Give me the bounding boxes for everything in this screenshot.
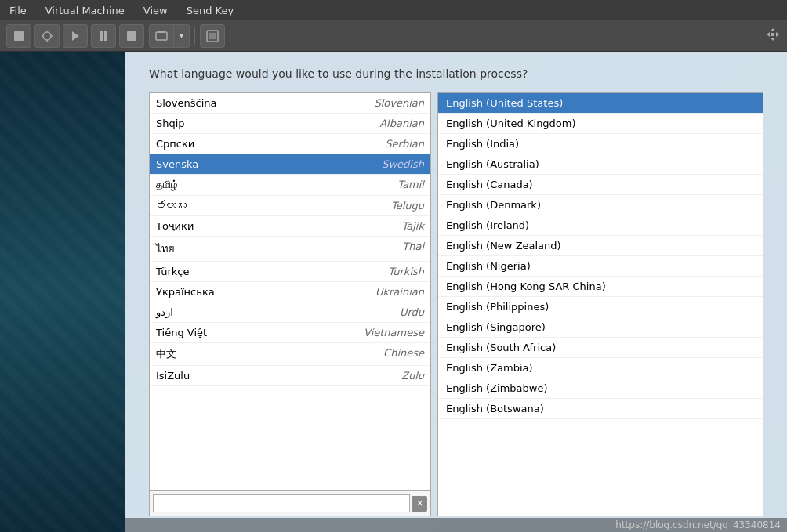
variant-list[interactable]: English (United States)English (United K…	[437, 92, 763, 516]
url-text: https://blog.csdn.net/qq_43340814	[615, 519, 781, 530]
svg-rect-7	[100, 31, 103, 41]
svg-rect-8	[104, 31, 107, 41]
variant-item[interactable]: English (Ireland)	[438, 215, 763, 236]
svg-marker-17	[776, 32, 779, 37]
power-button[interactable]	[6, 24, 31, 48]
variant-item[interactable]: English (Zimbabwe)	[438, 378, 763, 399]
menu-file[interactable]: File	[6, 3, 30, 18]
light-button[interactable]	[34, 24, 60, 48]
svg-rect-0	[14, 31, 24, 41]
lang-native-name: Svenska	[156, 158, 198, 170]
lang-native-name: Српски	[156, 138, 194, 150]
move-icon	[765, 27, 781, 42]
lang-english-name: Chinese	[383, 347, 424, 361]
svg-marker-14	[771, 28, 775, 31]
language-item[interactable]: தமிழ்Tamil	[150, 175, 430, 196]
toolbar-separator	[194, 27, 195, 45]
left-panel	[0, 52, 125, 532]
lang-native-name: தமிழ்	[156, 179, 178, 191]
light-icon	[41, 30, 53, 42]
main-wrapper: What language would you like to use duri…	[125, 52, 787, 532]
variant-item[interactable]: English (Canada)	[438, 175, 763, 195]
snapshot-button[interactable]	[149, 24, 174, 48]
variant-item[interactable]: English (Zambia)	[438, 358, 763, 378]
language-item[interactable]: ShqipAlbanian	[150, 114, 430, 134]
variant-item[interactable]: English (Botswana)	[438, 399, 763, 419]
lang-native-name: ไทย	[156, 241, 175, 257]
language-list-container: SlovenščinaSlovenianShqipAlbanianСрпскиS…	[149, 92, 431, 516]
language-item[interactable]: తెలుగుTelugu	[150, 196, 430, 216]
language-item[interactable]: TürkçeTurkish	[150, 262, 430, 282]
lang-english-name: Zulu	[401, 370, 424, 382]
lang-english-name: Thai	[402, 241, 424, 257]
lang-english-name: Slovenian	[374, 97, 424, 109]
lang-english-name: Turkish	[388, 266, 424, 277]
url-bar: https://blog.csdn.net/qq_43340814	[125, 518, 787, 532]
language-item[interactable]: СрпскиSerbian	[150, 134, 430, 154]
lang-english-name: Telugu	[391, 200, 424, 212]
variant-item[interactable]: English (India)	[438, 134, 763, 154]
installer-content: SlovenščinaSlovenianShqipAlbanianСрпскиS…	[149, 92, 763, 516]
lang-native-name: اردو	[156, 306, 173, 318]
lang-native-name: తెలుగు	[156, 200, 187, 212]
search-bar: ✕	[150, 490, 430, 516]
lang-native-name: Тоҷикӣ	[156, 220, 194, 232]
menubar: File Virtual Machine View Send Key	[0, 0, 787, 20]
language-item[interactable]: Tiếng ViệtVietnamese	[150, 323, 430, 343]
variant-item[interactable]: English (Australia)	[438, 154, 763, 175]
snapshot-dropdown[interactable]: ▾	[174, 24, 190, 48]
main-area: What language would you like to use duri…	[0, 52, 787, 532]
svg-rect-18	[771, 33, 774, 36]
menu-view[interactable]: View	[140, 3, 171, 18]
lang-english-name: Ukrainian	[375, 286, 424, 298]
language-item[interactable]: ไทยThai	[150, 237, 430, 262]
language-list[interactable]: SlovenščinaSlovenianShqipAlbanianСрпскиS…	[150, 93, 430, 490]
language-item[interactable]: SlovenščinaSlovenian	[150, 93, 430, 114]
svg-marker-15	[771, 38, 775, 41]
variant-item[interactable]: English (New Zealand)	[438, 236, 763, 256]
language-item[interactable]: 中文Chinese	[150, 343, 430, 366]
search-clear-button[interactable]: ✕	[412, 496, 427, 512]
language-item[interactable]: УкраїнськаUkrainian	[150, 282, 430, 302]
installer-question: What language would you like to use duri…	[149, 67, 763, 80]
lang-native-name: Türkçe	[156, 266, 189, 277]
language-item[interactable]: SvenskaSwedish	[150, 154, 430, 175]
lang-english-name: Vietnamese	[364, 327, 424, 338]
play-button[interactable]	[63, 24, 88, 48]
lang-english-name: Swedish	[382, 158, 424, 170]
variant-item[interactable]: English (United States)	[438, 93, 763, 114]
variant-item[interactable]: English (Hong Kong SAR China)	[438, 277, 763, 297]
stop-icon	[125, 30, 138, 42]
variant-item[interactable]: English (Philippines)	[438, 297, 763, 317]
view-fullscreen-button[interactable]	[200, 24, 225, 48]
svg-rect-13	[209, 33, 216, 39]
svg-rect-9	[127, 31, 136, 41]
menu-send-key[interactable]: Send Key	[183, 3, 237, 18]
svg-rect-11	[158, 31, 165, 33]
snapshot-icon	[155, 30, 168, 42]
variant-item[interactable]: English (United Kingdom)	[438, 114, 763, 134]
play-icon	[69, 30, 82, 42]
variant-item[interactable]: English (South Africa)	[438, 338, 763, 358]
language-item[interactable]: IsiZuluZulu	[150, 366, 430, 386]
search-input[interactable]	[153, 494, 410, 512]
lang-english-name: Tamil	[397, 179, 424, 191]
menu-virtual-machine[interactable]: Virtual Machine	[42, 3, 128, 18]
variant-item[interactable]: English (Singapore)	[438, 317, 763, 338]
svg-marker-16	[767, 32, 770, 37]
pause-button[interactable]	[91, 24, 116, 48]
language-item[interactable]: ТоҷикӣTajik	[150, 216, 430, 237]
svg-point-1	[43, 32, 51, 40]
variant-item[interactable]: English (Nigeria)	[438, 256, 763, 277]
variant-item[interactable]: English (Denmark)	[438, 195, 763, 215]
stop-button[interactable]	[119, 24, 144, 48]
lang-native-name: Slovenščina	[156, 97, 217, 109]
pause-icon	[97, 30, 110, 42]
installer-dialog: What language would you like to use duri…	[125, 52, 787, 532]
lang-native-name: IsiZulu	[156, 370, 190, 382]
lang-english-name: Tajik	[401, 220, 424, 232]
lang-native-name: Shqip	[156, 118, 185, 129]
toolbar: ▾	[0, 20, 787, 52]
language-item[interactable]: اردوUrdu	[150, 302, 430, 323]
lang-english-name: Albanian	[379, 118, 424, 129]
